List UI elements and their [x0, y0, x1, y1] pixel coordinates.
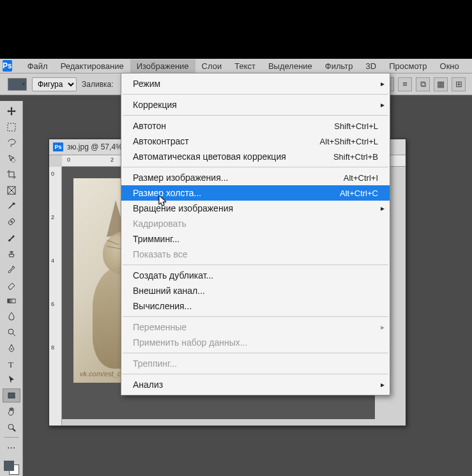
menu-3d[interactable]: 3D — [360, 59, 383, 73]
menu-item-вычисления-[interactable]: Вычисления... — [121, 298, 390, 314]
menu-separator — [123, 167, 388, 167]
tool-eyedropper[interactable] — [3, 199, 20, 213]
menu-item-shortcut: Alt+Shift+Ctrl+L — [320, 137, 378, 146]
menu-item-label: Создать дубликат... — [133, 270, 378, 280]
menu-item-label: Вращение изображения — [133, 203, 378, 213]
document-title: зю.jpg @ 57,4% — [67, 142, 123, 151]
menu-item-shortcut: Shift+Ctrl+L — [334, 121, 378, 131]
shape-preset-swatch[interactable] — [8, 78, 27, 91]
svg-point-14 — [8, 424, 13, 429]
tool-blur[interactable] — [3, 309, 20, 324]
ruler-v-tick: 6 — [51, 301, 54, 307]
menu-слои[interactable]: Слои — [195, 59, 229, 73]
menu-item-label: Тримминг... — [133, 234, 378, 244]
image-watermark: vk.com/est_cht — [80, 370, 126, 378]
menu-item-label: Анализ — [133, 380, 378, 390]
menu-редактирование[interactable]: Редактирование — [54, 59, 130, 73]
menu-окно[interactable]: Окно — [434, 59, 466, 73]
menu-item-label: Размер изображения... — [133, 173, 344, 183]
svg-line-10 — [13, 334, 15, 336]
tool-history-brush[interactable] — [3, 262, 20, 277]
menu-item-label: Внешний канал... — [133, 286, 378, 296]
menu-item-размер-изображения-[interactable]: Размер изображения...Alt+Ctrl+I — [121, 170, 390, 185]
tool-crop[interactable] — [3, 167, 20, 182]
tool-rectangle[interactable] — [3, 388, 20, 403]
menu-item-тримминг-[interactable]: Тримминг... — [121, 231, 390, 247]
option-icon-2[interactable]: ≡ — [398, 77, 412, 91]
menu-item-коррекция[interactable]: Коррекция — [121, 97, 390, 112]
menu-item-размер-холста-[interactable]: Размер холста...Alt+Ctrl+C — [121, 185, 390, 201]
tool-zoom[interactable] — [3, 420, 20, 434]
tool-edit-toolbar[interactable]: ⋯ — [3, 440, 20, 455]
menu-item-анализ[interactable]: Анализ — [121, 377, 390, 392]
tool-marquee[interactable] — [3, 120, 20, 135]
ruler-h-tick: 2 — [110, 157, 114, 163]
menu-separator — [123, 265, 388, 265]
menu-item-label: Треппинг... — [133, 358, 378, 369]
tool-clone[interactable] — [3, 246, 20, 261]
tool-dodge[interactable] — [3, 325, 20, 340]
svg-rect-13 — [8, 393, 15, 398]
menu-item-режим[interactable]: Режим — [121, 76, 390, 91]
menu-справка[interactable]: Справка — [466, 59, 472, 73]
menu-item-показать-все: Показать все — [121, 247, 390, 262]
svg-rect-8 — [8, 299, 15, 303]
tool-frame[interactable] — [3, 183, 20, 198]
menu-item-shortcut: Alt+Ctrl+C — [340, 188, 378, 198]
svg-text:T: T — [8, 360, 13, 369]
menu-item-автоконтраст[interactable]: АвтоконтрастAlt+Shift+Ctrl+L — [121, 134, 390, 149]
tool-separator — [4, 437, 19, 438]
tool-gradient[interactable] — [3, 293, 20, 308]
tool-brush[interactable] — [3, 231, 20, 245]
menu-item-label: Размер холста... — [133, 188, 340, 198]
menu-item-применить-набор-данных-: Применить набор данных... — [121, 335, 390, 350]
menu-изображение[interactable]: Изображение — [130, 59, 195, 73]
svg-point-1 — [11, 158, 15, 162]
foreground-color-swatch[interactable] — [4, 461, 14, 471]
tool-path-select[interactable] — [3, 372, 20, 387]
ruler-vertical[interactable]: 02468 — [49, 167, 62, 426]
tool-lasso[interactable] — [3, 135, 20, 150]
menu-separator — [123, 316, 388, 317]
menu-item-создать-дубликат-[interactable]: Создать дубликат... — [121, 268, 390, 283]
menu-item-треппинг-: Треппинг... — [121, 356, 390, 371]
menu-файл[interactable]: Файл — [21, 59, 54, 73]
tool-healing[interactable] — [3, 215, 20, 229]
document-icon: Ps — [53, 142, 63, 151]
tool-hand[interactable] — [3, 404, 20, 418]
option-icon-5[interactable]: ⊞ — [452, 77, 466, 91]
menu-item-кадрировать: Кадрировать — [121, 216, 390, 231]
menu-item-label: Кадрировать — [133, 219, 378, 229]
svg-point-9 — [8, 329, 13, 334]
menu-separator — [123, 353, 388, 353]
tool-quick-select[interactable] — [3, 151, 20, 166]
menu-item-label: Вычисления... — [133, 301, 378, 311]
menu-просмотр[interactable]: Просмотр — [383, 59, 433, 73]
tool-move[interactable] — [3, 104, 20, 119]
shape-mode-select[interactable]: Фигура — [32, 77, 77, 91]
ruler-h-tick: 0 — [67, 157, 70, 163]
tool-pen[interactable] — [3, 341, 20, 356]
option-icon-3[interactable]: ⧉ — [416, 77, 430, 91]
tool-eraser[interactable] — [3, 278, 20, 293]
black-letterbox — [0, 0, 472, 59]
svg-point-11 — [11, 348, 12, 349]
color-swatches[interactable] — [3, 459, 20, 476]
menu-item-вращение-изображения[interactable]: Вращение изображения — [121, 201, 390, 216]
menu-текст[interactable]: Текст — [228, 59, 262, 73]
option-icon-4[interactable]: ▦ — [434, 77, 448, 91]
svg-line-15 — [13, 429, 15, 431]
menu-item-shortcut: Shift+Ctrl+B — [333, 152, 378, 162]
menu-item-label: Коррекция — [133, 100, 378, 110]
menu-item-label: Автоматическая цветовая коррекция — [133, 151, 333, 162]
menu-item-внешний-канал-[interactable]: Внешний канал... — [121, 283, 390, 298]
menu-фильтр[interactable]: Фильтр — [319, 59, 360, 73]
menu-выделение[interactable]: Выделение — [262, 59, 319, 73]
tool-type[interactable]: T — [3, 357, 20, 371]
menubar: Ps ФайлРедактированиеИзображениеСлоиТекс… — [0, 59, 472, 73]
ruler-v-tick: 2 — [51, 214, 54, 220]
menu-item-переменные: Переменные — [121, 319, 390, 335]
menu-item-автоматическая-цветовая-коррекция[interactable]: Автоматическая цветовая коррекцияShift+C… — [121, 149, 390, 164]
ruler-v-tick: 4 — [51, 257, 54, 264]
menu-item-автотон[interactable]: АвтотонShift+Ctrl+L — [121, 118, 390, 134]
